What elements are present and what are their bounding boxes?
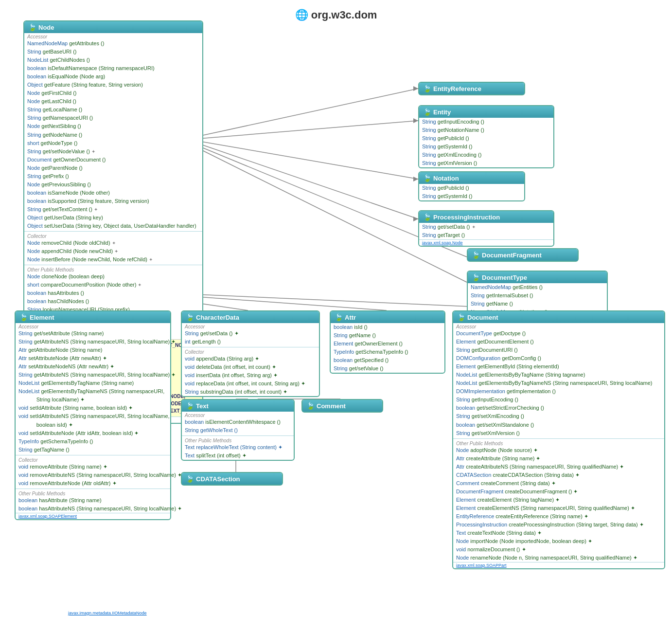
node-row-13: short getNodeType () — [24, 139, 202, 147]
svg-marker-15 — [413, 177, 418, 181]
node-row-7: Node getFirstChild () — [24, 89, 202, 97]
node-header: 🍃 Node — [24, 21, 202, 33]
node-row-c2: Node appendChild (Node newChild) ✦ — [24, 247, 202, 255]
character-data-header: 🍃 CharacterData — [182, 311, 319, 323]
node-row-14: String get/setNodeValue () ✦ — [24, 147, 202, 156]
character-data-box: 🍃 CharacterData Accessor String get/setD… — [181, 310, 320, 397]
processing-instruction-box: 🍃 ProcessingInstruction String get/setDa… — [418, 210, 554, 247]
node-row-8: Node getLastChild () — [24, 97, 202, 106]
node-row-6: Object getFeature (String feature, Strin… — [24, 81, 202, 89]
node-row-2: String getBaseURI () — [24, 48, 202, 56]
entity-box: 🍃 Entity String getInputEncoding () Stri… — [418, 105, 554, 168]
node-row-o3: boolean hasAttributes () — [24, 289, 202, 297]
node-row-18: Node getPreviousSibling () — [24, 181, 202, 189]
node-other-label: Other Public Methods — [24, 266, 202, 272]
node-row-5: boolean isEqualNode (Node arg) — [24, 72, 202, 81]
svg-marker-13 — [413, 86, 418, 91]
cdata-section-box: 🍃 CDATASection — [181, 472, 283, 486]
attr-box: 🍃 Attr boolean isId () String getName ()… — [330, 310, 445, 374]
processing-instruction-header: 🍃 ProcessingInstruction — [419, 211, 553, 223]
node-row-20: boolean isSupported (String feature, Str… — [24, 197, 202, 205]
node-row-15: Document getOwnerDocument () — [24, 156, 202, 164]
svg-marker-14 — [413, 118, 418, 123]
entity-header: 🍃 Entity — [419, 106, 553, 118]
document-ext-link[interactable]: javax.xml.soap.SOAPPart — [453, 562, 664, 568]
node-row-21: String get/setTextContent () ✦ — [24, 205, 202, 214]
node-row-1: NamedNodeMap getAttributes () — [24, 39, 202, 48]
node-row-c1: Node removeChild (Node oldChild) ✦ — [24, 239, 202, 247]
node-row-12: String getNodeName () — [24, 131, 202, 139]
element-box: 🍃 Element Accessor String get/setAttribu… — [15, 310, 171, 520]
proc-inst-ext-link[interactable]: javax.xml.soap.Node — [419, 239, 553, 246]
node-row-22: Object getUserData (String key) — [24, 214, 202, 222]
node-row-c3: Node insertBefore (Node newChild, Node r… — [24, 255, 202, 264]
document-fragment-header: 🍃 DocumentFragment — [468, 249, 578, 261]
node-row-o1: Node cloneNode (boolean deep) — [24, 272, 202, 281]
node-leaf-icon: 🍃 — [28, 23, 36, 31]
element-ext-link[interactable]: javax.xml.soap.SOAPElement — [16, 513, 170, 519]
svg-line-1 — [198, 121, 418, 139]
attr-header: 🍃 Attr — [331, 311, 444, 323]
node-row-9: String getLocalName () — [24, 106, 202, 114]
element-header: 🍃 Element — [16, 311, 170, 323]
document-box: 🍃 Document Accessor DocumentType getDoct… — [452, 310, 665, 569]
node-row-17: String getPrefix () — [24, 172, 202, 181]
globe-icon: 🌐 — [295, 9, 308, 21]
notation-box: 🍃 Notation String getPublicId () String … — [418, 171, 525, 201]
document-header: 🍃 Document — [453, 311, 664, 323]
svg-line-2 — [198, 141, 418, 179]
document-fragment-box: 🍃 DocumentFragment — [467, 248, 579, 262]
document-type-header: 🍃 DocumentType — [468, 272, 607, 283]
comment-header: 🍃 Comment — [302, 400, 382, 412]
iometadata-link[interactable]: javax.imagn.metadata.IIOMetadataNode — [68, 611, 147, 616]
node-row-10: String getNamespaceURI () — [24, 114, 202, 122]
node-row-o4: boolean hasChildNodes () — [24, 297, 202, 306]
text-header: 🍃 Text — [182, 400, 294, 412]
svg-marker-16 — [413, 217, 418, 221]
notation-header: 🍃 Notation — [419, 172, 524, 184]
svg-line-0 — [198, 89, 418, 136]
node-row-19: boolean isSameNode (Node other) — [24, 189, 202, 197]
node-row-o2: short compareDocumentPosition (Node othe… — [24, 281, 202, 289]
node-row-4: boolean isDefaultNamespace (String names… — [24, 64, 202, 72]
comment-box: 🍃 Comment — [301, 399, 383, 413]
node-row-3: NodeList getChildNodes () — [24, 56, 202, 64]
node-row-23: Object setUserData (String key, Object d… — [24, 222, 202, 230]
svg-line-3 — [198, 144, 418, 219]
node-collector-label: Collector — [24, 233, 202, 239]
entity-reference-header: 🍃 EntityReference — [419, 83, 524, 94]
node-row-16: Node getParentNode () — [24, 164, 202, 172]
entity-reference-box: 🍃 EntityReference — [418, 82, 525, 95]
text-box: 🍃 Text Accessor boolean isElementContent… — [181, 399, 295, 461]
cdata-section-header: 🍃 CDATASection — [182, 473, 282, 485]
node-row-11: Node getNextSibling () — [24, 122, 202, 130]
node-accessor-label: Accessor — [24, 33, 202, 39]
